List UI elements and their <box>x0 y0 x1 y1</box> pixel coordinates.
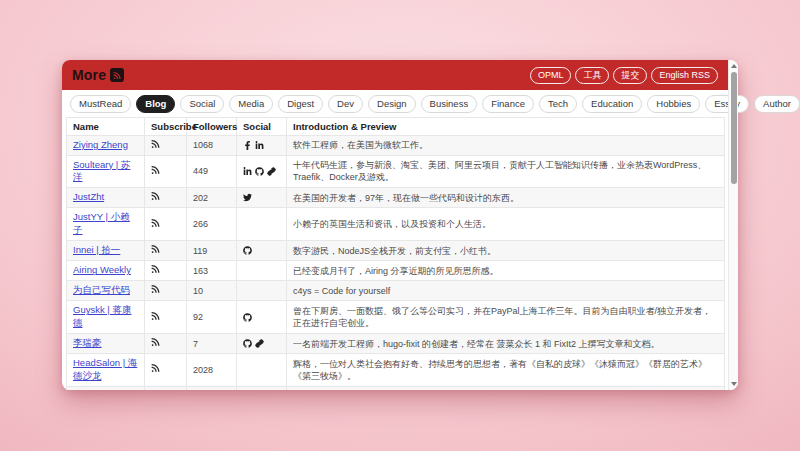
cell-followers: 449 <box>187 155 237 188</box>
table-row: JustZht202在美国的开发者，97年，现在做一些代码和设计的东西。 <box>67 188 725 208</box>
scrollbar-thumb[interactable] <box>731 72 737 184</box>
tab-finance[interactable]: Finance <box>482 95 534 113</box>
github-icon[interactable] <box>243 339 252 348</box>
cell-name: 为自己写代码 <box>67 281 145 301</box>
scroll-down-arrow[interactable] <box>729 379 738 389</box>
twitter-icon[interactable] <box>243 193 252 202</box>
tab-design[interactable]: Design <box>368 95 416 113</box>
header-button-english-rss[interactable]: English RSS <box>651 67 718 84</box>
tab-author[interactable]: Author <box>754 95 800 113</box>
blog-name-link[interactable]: Guyskk | 蒋康德 <box>73 304 131 328</box>
cell-followers: 266 <box>187 208 237 241</box>
blog-name-link[interactable]: Ziying Zheng <box>73 139 128 150</box>
cell-name: JustZht <box>67 188 145 208</box>
tab-dev[interactable]: Dev <box>328 95 363 113</box>
app-window: More OPML工具提交English RSS MustReadBlogSoc… <box>62 60 738 390</box>
table-row: 为自己写代码10c4ys = Code for yourself <box>67 281 725 301</box>
rss-subscribe-icon[interactable] <box>151 244 161 254</box>
column-header-name: Name <box>67 117 145 135</box>
tab-mustread[interactable]: MustRead <box>70 95 131 113</box>
table-body: Ziying Zheng1068软件工程师，在美国为微软工作。Soulteary… <box>67 135 725 390</box>
app-main: More OPML工具提交English RSS MustReadBlogSoc… <box>62 60 728 390</box>
rss-subscribe-icon[interactable] <box>151 191 161 201</box>
cell-social <box>237 354 287 387</box>
brand-title: More <box>72 67 106 83</box>
cell-social <box>237 386 287 390</box>
github-icon[interactable] <box>255 167 264 176</box>
column-header-social: Social <box>237 117 287 135</box>
cell-intro: 曾在下厨房、一面数据、饿了么等公司实习，并在PayPal上海工作三年。目前为自由… <box>287 301 725 334</box>
tab-education[interactable]: Education <box>582 95 642 113</box>
cell-followers: 10 <box>187 281 237 301</box>
github-icon[interactable] <box>243 313 252 322</box>
column-header-introduction-preview: Introduction & Preview <box>287 117 725 135</box>
blog-name-link[interactable]: JustYY | 小赖子 <box>73 211 130 235</box>
table-row: JustYY | 小赖子266小赖子的英国生活和资讯，以及投资和个人生活。 <box>67 208 725 241</box>
blog-name-link[interactable]: Soulteary | 苏洋 <box>73 159 130 183</box>
cell-name: JustYY | 小赖子 <box>67 208 145 241</box>
cell-name: Guyskk | 蒋康德 <box>67 301 145 334</box>
tab-digest[interactable]: Digest <box>278 95 323 113</box>
linkedin-icon[interactable] <box>255 141 264 150</box>
brand[interactable]: More <box>72 67 124 83</box>
table-row: Guyskk | 蒋康德92曾在下厨房、一面数据、饿了么等公司实习，并在PayP… <box>67 301 725 334</box>
cell-followers: 163 <box>187 261 237 281</box>
rss-subscribe-icon[interactable] <box>151 264 161 274</box>
github-icon[interactable] <box>243 246 252 255</box>
scrollbar[interactable] <box>728 60 738 390</box>
link-icon[interactable] <box>255 339 264 348</box>
rss-subscribe-icon[interactable] <box>151 284 161 294</box>
cell-subscribe <box>145 281 187 301</box>
tab-tech[interactable]: Tech <box>539 95 577 113</box>
rss-subscribe-icon[interactable] <box>151 337 161 347</box>
tab-social[interactable]: Social <box>180 95 224 113</box>
blog-name-link[interactable]: 为自己写代码 <box>73 284 130 295</box>
tab-media[interactable]: Media <box>229 95 273 113</box>
facebook-icon[interactable] <box>243 141 252 150</box>
header-button-工具[interactable]: 工具 <box>575 67 609 84</box>
table-row: Ziying Zheng1068软件工程师，在美国为微软工作。 <box>67 135 725 155</box>
table-header-row: NameSubscribeFollowersSocialIntroduction… <box>67 117 725 135</box>
blog-name-link[interactable]: HeadSalon | 海德沙龙 <box>73 357 137 381</box>
header-button-opml[interactable]: OPML <box>530 67 572 84</box>
cell-name: Airing Weekly <box>67 261 145 281</box>
tab-blog[interactable]: Blog <box>136 95 175 113</box>
category-tabs: MustReadBlogSocialMediaDigestDevDesignBu… <box>62 90 728 117</box>
cell-subscribe <box>145 386 187 390</box>
cell-subscribe <box>145 188 187 208</box>
rss-subscribe-icon[interactable] <box>151 139 161 149</box>
blog-name-link[interactable]: JustZht <box>73 191 104 202</box>
cell-intro: 辉格，一位对人类社会抱有好奇、持续思考的思想者，著有《自私的皮球》《沐猿而冠》《… <box>287 354 725 387</box>
cell-intro: 已经变成月刊了，Airing 分享近期的所见所思所感。 <box>287 261 725 281</box>
blog-name-link[interactable]: Airing Weekly <box>73 264 131 275</box>
header-button-提交[interactable]: 提交 <box>613 67 647 84</box>
link-icon[interactable] <box>267 167 276 176</box>
cell-intro: 软件工程师，在美国为微软工作。 <box>287 135 725 155</box>
blog-name-link[interactable]: Innei | 拾一 <box>73 244 120 255</box>
cell-subscribe <box>145 135 187 155</box>
cell-subscribe <box>145 301 187 334</box>
linkedin-icon[interactable] <box>243 167 252 176</box>
scroll-up-arrow[interactable] <box>729 61 738 71</box>
rss-subscribe-icon[interactable] <box>151 311 161 321</box>
cell-subscribe <box>145 261 187 281</box>
cell-subscribe <box>145 208 187 241</box>
cell-intro: 小赖子的英国生活和资讯，以及投资和个人生活。 <box>287 208 725 241</box>
rss-logo-icon <box>110 68 124 82</box>
cell-followers: 119 <box>187 241 237 261</box>
cell-social <box>237 188 287 208</box>
rss-subscribe-icon[interactable] <box>151 218 161 228</box>
column-header-followers: Followers <box>187 117 237 135</box>
cell-social <box>237 301 287 334</box>
tab-hobbies[interactable]: Hobbies <box>647 95 700 113</box>
cell-followers: 2028 <box>187 354 237 387</box>
tab-business[interactable]: Business <box>421 95 478 113</box>
cell-name: 李瑞豪 <box>67 334 145 354</box>
header-bar: More OPML工具提交English RSS <box>62 60 728 90</box>
cell-name: EV的投资笔记 <box>67 386 145 390</box>
blog-name-link[interactable]: 李瑞豪 <box>73 337 102 348</box>
table-row: Airing Weekly163已经变成月刊了，Airing 分享近期的所见所思… <box>67 261 725 281</box>
rss-subscribe-icon[interactable] <box>151 165 161 175</box>
cell-intro: 数字游民，NodeJS全栈开发，前支付宝，小红书。 <box>287 241 725 261</box>
rss-subscribe-icon[interactable] <box>151 363 161 373</box>
